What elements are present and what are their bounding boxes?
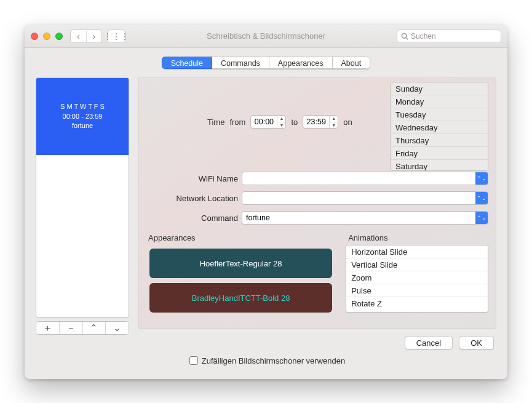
schedule-panel: Sunday Monday Tuesday Wednesday Thursday… xyxy=(138,78,496,329)
nav-back-button[interactable]: ‹ xyxy=(71,31,87,42)
ok-button[interactable]: OK xyxy=(459,336,494,349)
preview-time: 00:00 - 23:59 xyxy=(63,112,103,122)
cancel-button[interactable]: Cancel xyxy=(405,336,453,349)
appearances-list[interactable]: HoeflerText-Regular 28 BradleyHandITCTT-… xyxy=(146,245,336,321)
titlebar: ‹ › ⋮⋮⋮ Schreibtisch & Bildschirmschoner… xyxy=(25,25,507,48)
random-checkbox[interactable] xyxy=(189,356,198,365)
animations-header: Animations xyxy=(348,233,488,242)
time-from-input[interactable] xyxy=(251,117,277,127)
animations-column: Animations Horizontal Slide Vertical Sli… xyxy=(346,233,488,321)
netloc-combo[interactable]: ⌃⌄ xyxy=(242,191,488,205)
time-to-down-icon[interactable]: ▼ xyxy=(330,122,338,129)
search-icon xyxy=(401,33,408,40)
wifi-label: WiFi Name xyxy=(146,174,238,183)
wifi-input[interactable] xyxy=(242,172,475,185)
time-to-label: to xyxy=(291,118,298,127)
animation-item-5[interactable]: Rotate Z xyxy=(346,297,488,309)
time-to-up-icon[interactable]: ▲ xyxy=(330,116,338,122)
animation-item-4[interactable]: Pulse xyxy=(346,284,488,297)
netloc-dropdown-icon[interactable]: ⌃⌄ xyxy=(475,192,488,204)
close-icon[interactable] xyxy=(31,33,38,40)
command-dropdown-icon[interactable]: ⌃⌄ xyxy=(475,212,488,224)
animation-item-1[interactable]: Horizontal Slide xyxy=(346,245,488,258)
day-thursday[interactable]: Thursday xyxy=(391,134,488,147)
day-list[interactable]: Sunday Monday Tuesday Wednesday Thursday… xyxy=(390,82,488,171)
tab-commands[interactable]: Commands xyxy=(212,57,269,69)
day-wednesday[interactable]: Wednesday xyxy=(391,121,488,134)
appearance-item-1[interactable]: HoeflerText-Regular 28 xyxy=(149,249,332,278)
day-tuesday[interactable]: Tuesday xyxy=(391,108,488,121)
preferences-window: ‹ › ⋮⋮⋮ Schreibtisch & Bildschirmschoner… xyxy=(25,25,507,379)
show-all-button[interactable]: ⋮⋮⋮ xyxy=(107,30,125,43)
random-checkbox-row: Zufälligen Bildschirmschoner verwenden xyxy=(36,354,496,367)
zoom-icon[interactable] xyxy=(55,33,63,40)
time-to-input[interactable] xyxy=(303,117,329,127)
command-input[interactable] xyxy=(242,212,475,224)
netloc-input[interactable] xyxy=(242,192,475,204)
time-label: Time xyxy=(207,118,224,127)
command-label: Command xyxy=(146,213,238,223)
dialog-buttons: Cancel OK xyxy=(138,329,496,349)
tab-appearances[interactable]: Appearances xyxy=(269,57,333,69)
time-to-field[interactable]: ▲ ▼ xyxy=(303,115,338,129)
command-combo[interactable]: ⌃⌄ xyxy=(242,211,488,225)
schedule-preview[interactable]: S M T W T F S 00:00 - 23:59 fortune xyxy=(36,78,129,317)
schedule-preview-content: S M T W T F S 00:00 - 23:59 fortune xyxy=(36,78,129,155)
time-from-field[interactable]: ▲ ▼ xyxy=(250,115,286,129)
time-on-label: on xyxy=(343,118,352,127)
search-placeholder: Suchen xyxy=(411,32,436,41)
nav-back-forward: ‹ › xyxy=(70,30,102,43)
body: Schedule Commands Appearances About S M … xyxy=(25,48,507,379)
minimize-icon[interactable] xyxy=(43,33,50,40)
appearances-header: Appearances xyxy=(148,233,336,242)
wifi-dropdown-icon[interactable]: ⌃⌄ xyxy=(475,172,488,185)
day-friday[interactable]: Friday xyxy=(391,147,488,160)
move-down-button[interactable]: ⌄ xyxy=(105,322,129,334)
appearances-column: Appearances HoeflerText-Regular 28 Bradl… xyxy=(146,233,336,321)
list-action-buttons: ＋ － ⌃ ⌄ xyxy=(36,321,129,335)
tab-about[interactable]: About xyxy=(333,57,371,69)
day-monday[interactable]: Monday xyxy=(391,95,488,108)
left-column: S M T W T F S 00:00 - 23:59 fortune ＋ － … xyxy=(36,78,129,349)
time-from-up-icon[interactable]: ▲ xyxy=(277,116,285,122)
preview-command: fortune xyxy=(72,121,93,131)
day-saturday[interactable]: Saturday xyxy=(391,160,488,171)
animation-item-2[interactable]: Vertical Slide xyxy=(346,258,488,271)
window-controls xyxy=(31,33,63,40)
move-up-button[interactable]: ⌃ xyxy=(82,322,106,334)
wifi-combo[interactable]: ⌃⌄ xyxy=(242,172,488,185)
preview-days: S M T W T F S xyxy=(60,102,105,112)
add-button[interactable]: ＋ xyxy=(36,322,59,334)
time-from-down-icon[interactable]: ▼ xyxy=(277,122,285,129)
animation-item-3[interactable]: Zoom xyxy=(346,271,488,284)
svg-point-0 xyxy=(402,33,407,38)
netloc-label: Network Location xyxy=(146,194,238,203)
tab-schedule[interactable]: Schedule xyxy=(162,57,212,69)
right-column: Sunday Monday Tuesday Wednesday Thursday… xyxy=(138,78,496,349)
tabbar: Schedule Commands Appearances About xyxy=(36,57,496,69)
appearance-item-2[interactable]: BradleyHandITCTT-Bold 28 xyxy=(149,283,332,313)
day-sunday[interactable]: Sunday xyxy=(391,82,488,95)
nav-forward-button[interactable]: › xyxy=(87,31,102,42)
remove-button[interactable]: － xyxy=(59,322,82,334)
svg-line-1 xyxy=(406,38,408,39)
time-from-label: from xyxy=(229,118,245,127)
search-field[interactable]: Suchen xyxy=(397,30,501,43)
random-checkbox-label: Zufälligen Bildschirmschoner verwenden xyxy=(202,356,345,365)
animations-list[interactable]: Horizontal Slide Vertical Slide Zoom Pul… xyxy=(346,245,488,313)
